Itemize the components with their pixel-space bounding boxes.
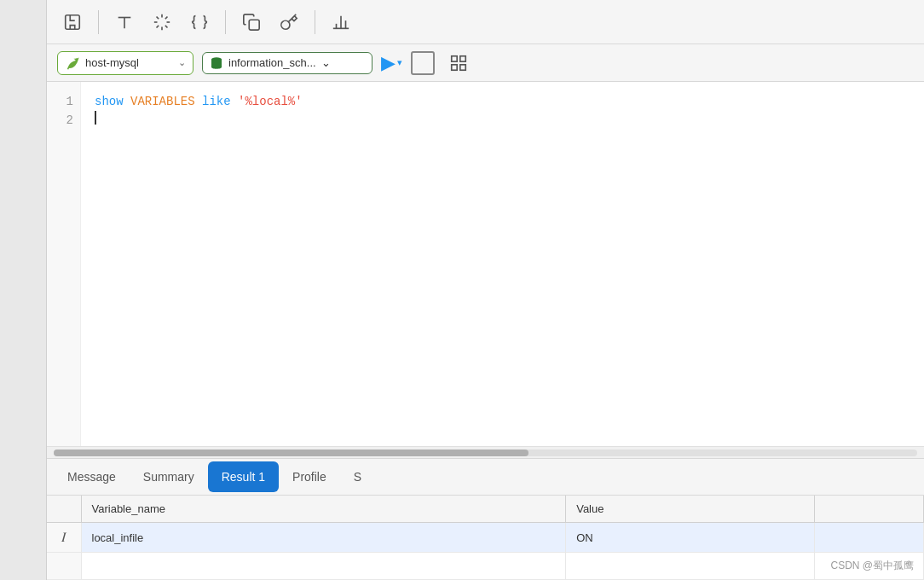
database-icon [210, 56, 223, 70]
host-label: host-mysql [85, 56, 139, 69]
tab-summary[interactable]: Summary [130, 461, 208, 492]
connection-bar: host-mysql ⌄ information_sch... ⌄ ▶ ▾ [47, 44, 924, 82]
tab-result1[interactable]: Result 1 [208, 461, 279, 492]
table-row-empty [47, 553, 924, 580]
svg-line-10 [165, 16, 168, 19]
run-dropdown-arrow[interactable]: ▾ [397, 57, 402, 68]
editor-area: 1 2 show VARIABLES like '%local%' [47, 82, 924, 446]
col-header-empty [815, 496, 924, 523]
col-header-variable-name: Variable_name [81, 496, 566, 523]
results-tabs: Message Summary Result 1 Profile S [47, 458, 924, 496]
table-row[interactable]: 𝐼 local_infile ON [47, 523, 924, 553]
line-number-1: 1 [57, 92, 73, 111]
main-content: host-mysql ⌄ information_sch... ⌄ ▶ ▾ [47, 0, 924, 580]
watermark: CSDN @蜀中孤鹰 [830, 559, 914, 573]
toolbar [47, 0, 924, 44]
host-dropdown[interactable]: host-mysql ⌄ [57, 51, 193, 75]
keyword-variables: VARIABLES [130, 92, 195, 111]
row-num-cell: 𝐼 [47, 523, 81, 553]
empty-val [566, 553, 815, 580]
svg-rect-17 [452, 55, 457, 61]
schema-icon [210, 56, 223, 70]
schema-dropdown[interactable]: information_sch... ⌄ [202, 52, 372, 74]
leaf-icon [65, 55, 80, 71]
results-section: Variable_name Value 𝐼 [47, 496, 924, 580]
results-table-container: Variable_name Value 𝐼 [47, 496, 924, 580]
toolbar-separator-3 [315, 10, 315, 34]
line-numbers: 1 2 [47, 82, 81, 446]
horizontal-scrollbar[interactable] [47, 446, 924, 458]
svg-rect-19 [452, 64, 457, 69]
keyword-space [124, 92, 130, 111]
tab-profile[interactable]: Profile [279, 461, 340, 492]
svg-line-5 [157, 16, 159, 19]
execute-icon[interactable] [274, 7, 304, 38]
type-icon[interactable] [109, 7, 140, 38]
braces-icon[interactable] [184, 7, 215, 38]
schema-label: information_sch... [228, 56, 316, 69]
code-line-2 [95, 111, 910, 130]
copy-icon[interactable] [236, 7, 267, 38]
code-editor[interactable]: show VARIABLES like '%local%' [81, 82, 924, 446]
app-container: host-mysql ⌄ information_sch... ⌄ ▶ ▾ [0, 0, 924, 580]
toolbar-separator-1 [98, 10, 99, 34]
host-dropdown-arrow: ⌄ [178, 57, 186, 68]
string-value: '%local%' [238, 92, 303, 111]
sidebar [0, 0, 47, 580]
run-button[interactable]: ▶ [381, 52, 396, 74]
svg-rect-11 [249, 20, 259, 30]
results-table: Variable_name Value 𝐼 [47, 496, 924, 580]
keyword-show: show [95, 92, 124, 111]
line-number-2: 2 [57, 111, 73, 130]
chart-icon[interactable] [326, 7, 356, 38]
col-header-value: Value [566, 496, 815, 523]
svg-line-9 [157, 25, 159, 27]
tab-s[interactable]: S [340, 461, 375, 492]
toolbar-separator-2 [225, 10, 226, 34]
run-controls: ▶ ▾ [381, 52, 402, 74]
grid-icon [449, 54, 468, 72]
svg-rect-0 [66, 14, 80, 29]
table-header-row: Variable_name Value [47, 496, 924, 523]
empty-row-num [47, 553, 81, 580]
keyword-like: like [202, 92, 231, 111]
space3 [231, 92, 238, 111]
svg-line-6 [165, 25, 168, 27]
magic-icon[interactable] [147, 7, 177, 38]
space2 [195, 92, 202, 111]
variable-name-cell: local_infile [81, 523, 566, 553]
tab-message[interactable]: Message [54, 461, 130, 492]
col-header-rownum [47, 496, 81, 523]
stop-button[interactable] [411, 51, 435, 75]
table-layout-icon[interactable] [443, 48, 474, 78]
scrollbar-track [54, 450, 917, 456]
value-cell: ON [566, 523, 815, 553]
schema-dropdown-arrow: ⌄ [321, 56, 331, 69]
scrollbar-thumb [54, 450, 528, 456]
svg-rect-20 [460, 64, 465, 69]
row-cursor-icon: 𝐼 [61, 530, 66, 544]
save-icon[interactable] [57, 7, 88, 38]
extra-cell [815, 523, 924, 553]
code-line-1: show VARIABLES like '%local%' [95, 92, 910, 111]
empty-var [81, 553, 566, 580]
svg-rect-18 [460, 55, 465, 61]
